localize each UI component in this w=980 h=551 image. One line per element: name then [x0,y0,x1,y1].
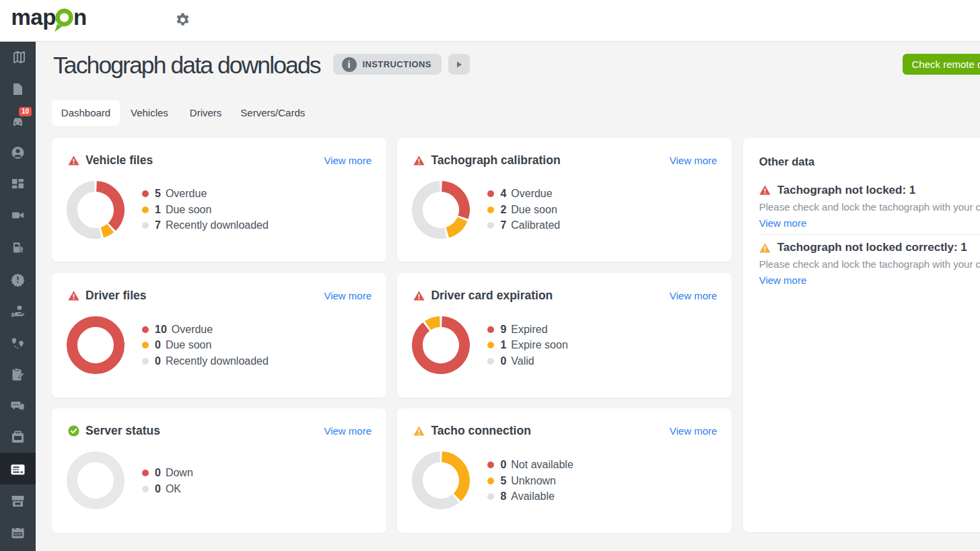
svg-text:map: map [12,5,56,30]
svg-text:NEW: NEW [14,532,22,536]
svg-text:n: n [73,5,87,30]
